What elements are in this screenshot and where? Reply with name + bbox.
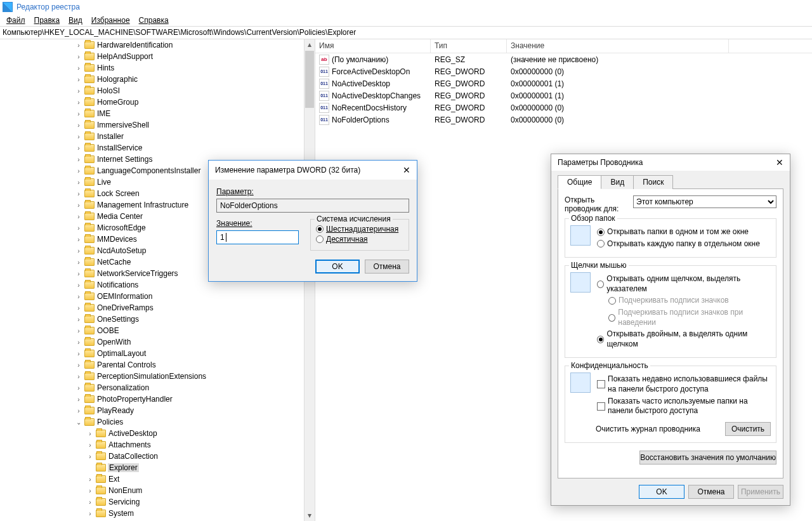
radio-new-window[interactable] bbox=[597, 240, 605, 247]
menu-file[interactable]: Файл bbox=[6, 16, 25, 25]
tree-item[interactable]: ImmersiveShell bbox=[0, 119, 304, 131]
tree-item[interactable]: System bbox=[0, 508, 304, 519]
list-row[interactable]: NoFolderOptionsREG_DWORD0x00000000 (0) bbox=[315, 114, 812, 126]
menu-help[interactable]: Справка bbox=[139, 16, 169, 25]
menu-favorites[interactable]: Избранное bbox=[91, 16, 130, 25]
scroll-thumb[interactable] bbox=[305, 51, 314, 108]
restore-defaults-button[interactable]: Восстановить значения по умолчанию bbox=[639, 451, 776, 465]
scroll-down-icon[interactable]: ▾ bbox=[304, 510, 315, 521]
tree-item[interactable]: IME bbox=[0, 108, 304, 119]
check-frequent-folders[interactable] bbox=[597, 402, 605, 411]
list-row[interactable]: NoActiveDesktopREG_DWORD0x00000001 (1) bbox=[315, 77, 812, 89]
chevron-icon[interactable] bbox=[75, 236, 82, 243]
chevron-icon[interactable] bbox=[75, 373, 82, 380]
ok-button[interactable]: OK bbox=[639, 485, 684, 499]
tree-item[interactable]: PlayReady bbox=[0, 405, 304, 416]
list-row[interactable]: (По умолчанию)REG_SZ(значение не присвое… bbox=[315, 53, 812, 65]
check-recent-files[interactable] bbox=[597, 380, 605, 388]
chevron-icon[interactable] bbox=[75, 350, 82, 357]
open-explorer-select[interactable]: Этот компьютер bbox=[633, 195, 776, 208]
chevron-icon[interactable] bbox=[86, 476, 94, 483]
tree-item[interactable]: Policies bbox=[0, 416, 304, 428]
chevron-icon[interactable] bbox=[75, 259, 82, 266]
tab-view[interactable]: Вид bbox=[601, 175, 634, 189]
chevron-icon[interactable] bbox=[75, 213, 82, 220]
chevron-icon[interactable] bbox=[75, 327, 82, 334]
chevron-icon[interactable] bbox=[75, 293, 82, 300]
ok-button[interactable]: OK bbox=[315, 260, 360, 274]
tree-item[interactable]: ActiveDesktop bbox=[0, 428, 304, 439]
cancel-button[interactable]: Отмена bbox=[365, 260, 409, 274]
chevron-icon[interactable] bbox=[75, 282, 82, 289]
radio-hex[interactable] bbox=[316, 225, 324, 233]
tree-item[interactable]: OneSettings bbox=[0, 313, 304, 325]
close-icon[interactable]: ✕ bbox=[776, 157, 783, 168]
chevron-icon[interactable] bbox=[75, 65, 82, 72]
tree-item[interactable]: PerceptionSimulationExtensions bbox=[0, 371, 304, 382]
tree-item[interactable]: OOBE bbox=[0, 325, 304, 336]
chevron-icon[interactable] bbox=[75, 396, 82, 403]
col-value[interactable]: Значение bbox=[507, 39, 729, 53]
chevron-icon[interactable] bbox=[75, 385, 82, 392]
chevron-icon[interactable] bbox=[75, 145, 82, 152]
chevron-icon[interactable] bbox=[75, 305, 82, 312]
tree-item[interactable]: PhotoPropertyHandler bbox=[0, 393, 304, 405]
tree-item[interactable]: OEMInformation bbox=[0, 291, 304, 302]
tree-item[interactable]: HelpAndSupport bbox=[0, 51, 304, 62]
tree-item[interactable]: HardwareIdentification bbox=[0, 39, 304, 51]
list-row[interactable]: NoRecentDocsHistoryREG_DWORD0x00000000 (… bbox=[315, 102, 812, 114]
tree-item[interactable]: Attachments bbox=[0, 439, 304, 451]
chevron-icon[interactable] bbox=[86, 453, 94, 460]
tree-item[interactable]: HoloSI bbox=[0, 85, 304, 96]
tree-item[interactable]: OneDriveRamps bbox=[0, 302, 304, 313]
chevron-icon[interactable] bbox=[75, 316, 82, 323]
chevron-icon[interactable] bbox=[86, 510, 94, 517]
clear-button[interactable]: Очистить bbox=[725, 422, 771, 436]
tree-item[interactable]: Ext bbox=[0, 473, 304, 485]
chevron-icon[interactable] bbox=[86, 487, 94, 494]
menu-view[interactable]: Вид bbox=[69, 16, 82, 25]
chevron-icon[interactable] bbox=[75, 339, 82, 346]
chevron-icon[interactable] bbox=[75, 270, 82, 277]
chevron-icon[interactable] bbox=[86, 499, 94, 506]
chevron-icon[interactable] bbox=[86, 430, 94, 437]
tab-general[interactable]: Общие bbox=[558, 175, 601, 189]
chevron-icon[interactable] bbox=[75, 99, 82, 106]
chevron-icon[interactable] bbox=[75, 247, 82, 254]
chevron-icon[interactable] bbox=[75, 225, 82, 232]
list-row[interactable]: ForceActiveDesktopOnREG_DWORD0x00000000 … bbox=[315, 65, 812, 77]
tree-item[interactable]: HomeGroup bbox=[0, 96, 304, 108]
address-bar[interactable]: Компьютер\HKEY_LOCAL_MACHINE\SOFTWARE\Mi… bbox=[0, 27, 812, 39]
tree-item[interactable]: DataCollection bbox=[0, 451, 304, 462]
tree-item[interactable]: Explorer bbox=[0, 462, 304, 473]
tree-item[interactable]: NonEnum bbox=[0, 485, 304, 496]
tree-item[interactable]: OptimalLayout bbox=[0, 348, 304, 359]
tree-item[interactable]: Holographic bbox=[0, 74, 304, 85]
radio-double-click[interactable] bbox=[597, 336, 604, 343]
scroll-up-icon[interactable]: ▴ bbox=[304, 39, 315, 50]
chevron-icon[interactable] bbox=[75, 419, 82, 426]
tree-item[interactable]: OpenWith bbox=[0, 336, 304, 348]
menu-edit[interactable]: Правка bbox=[34, 16, 60, 25]
chevron-icon[interactable] bbox=[75, 133, 82, 140]
tree-item[interactable]: InstallService bbox=[0, 142, 304, 154]
chevron-icon[interactable] bbox=[75, 76, 82, 83]
tree-item[interactable]: Servicing bbox=[0, 496, 304, 508]
radio-dec[interactable] bbox=[316, 235, 324, 243]
chevron-icon[interactable] bbox=[75, 202, 82, 209]
chevron-icon[interactable] bbox=[75, 156, 82, 163]
col-name[interactable]: Имя bbox=[315, 39, 431, 53]
chevron-icon[interactable] bbox=[75, 168, 82, 175]
radio-same-window[interactable] bbox=[597, 228, 605, 236]
chevron-icon[interactable] bbox=[75, 179, 82, 186]
tree-item[interactable]: Personalization bbox=[0, 382, 304, 393]
chevron-icon[interactable] bbox=[86, 442, 94, 449]
radio-single-click[interactable] bbox=[597, 280, 604, 288]
tab-search[interactable]: Поиск bbox=[633, 175, 673, 189]
tree-item[interactable]: Installer bbox=[0, 131, 304, 142]
list-row[interactable]: NoActiveDesktopChangesREG_DWORD0x0000000… bbox=[315, 89, 812, 102]
chevron-icon[interactable] bbox=[75, 190, 82, 197]
chevron-icon[interactable] bbox=[75, 42, 82, 49]
chevron-icon[interactable] bbox=[75, 122, 82, 129]
chevron-icon[interactable] bbox=[75, 362, 82, 369]
